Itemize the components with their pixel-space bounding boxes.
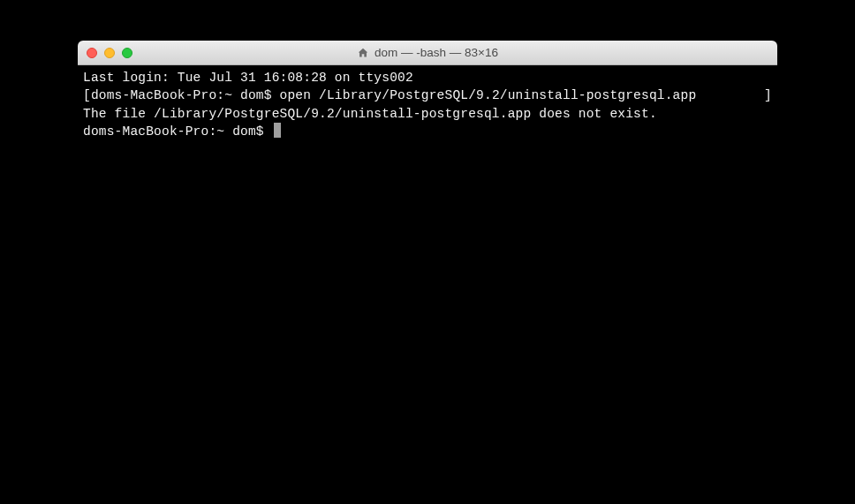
close-button[interactable]: [87, 48, 97, 58]
bracket-close: ]: [764, 87, 772, 104]
terminal-line: [doms-MacBook-Pro:~ dom$ open /Library/P…: [83, 87, 772, 104]
terminal-line: Last login: Tue Jul 31 16:08:28 on ttys0…: [83, 69, 772, 87]
window-title: dom — -bash — 83×16: [78, 46, 777, 59]
terminal-body[interactable]: Last login: Tue Jul 31 16:08:28 on ttys0…: [78, 65, 777, 351]
traffic-lights: [78, 48, 132, 58]
window-title-text: dom — -bash — 83×16: [375, 46, 498, 59]
bracket-open: [: [83, 88, 91, 102]
terminal-window: dom — -bash — 83×16 Last login: Tue Jul …: [78, 41, 777, 351]
terminal-command: open /Library/PostgreSQL/9.2/uninstall-p…: [280, 88, 697, 102]
terminal-prompt: doms-MacBook-Pro:~ dom$: [91, 88, 280, 102]
minimize-button[interactable]: [104, 48, 115, 58]
terminal-cursor: [274, 123, 281, 138]
terminal-output: The file /Library/PostgreSQL/9.2/uninsta…: [83, 105, 772, 123]
maximize-button[interactable]: [122, 48, 132, 58]
terminal-prompt: doms-MacBook-Pro:~ dom$: [83, 124, 272, 139]
home-icon: [357, 47, 369, 59]
terminal-line: doms-MacBook-Pro:~ dom$: [83, 123, 772, 140]
window-titlebar[interactable]: dom — -bash — 83×16: [78, 41, 777, 65]
